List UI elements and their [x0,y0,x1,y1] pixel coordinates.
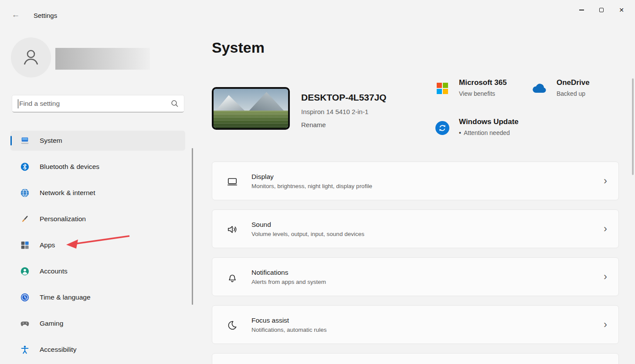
close-icon: ✕ [619,7,624,13]
accessibility-icon [20,345,30,354]
sidebar-scrollbar[interactable] [192,148,193,305]
sidebar-item-apps[interactable]: Apps [10,235,185,255]
card-title: Display [251,173,372,181]
settings-card-focus-assist[interactable]: Focus assist Notifications, automatic ru… [212,305,619,344]
person-icon [21,47,41,68]
back-button[interactable]: ← [8,8,24,22]
device-thumbnail [212,87,290,130]
globe-icon [20,188,30,198]
chevron-right-icon: › [604,222,607,234]
device-name: DESKTOP-4L537JQ [301,92,387,103]
window-title: Settings [34,12,57,19]
chevron-right-icon: › [604,318,607,330]
sidebar-nav: System Bluetooth & devices Network & int… [10,131,185,364]
sidebar-item-label: Network & internet [40,189,95,197]
tile-title: Windows Update [459,118,519,126]
speaker-icon [226,223,238,236]
sidebar-item-bluetooth-devices[interactable]: Bluetooth & devices [10,157,185,177]
update-status-text: Attention needed [464,129,510,136]
sidebar-item-personalization[interactable]: Personalization [10,209,185,229]
tile-subtitle[interactable]: View benefits [459,90,507,97]
display-icon [226,175,238,188]
bell-icon [226,271,238,283]
user-name-redacted [55,48,150,70]
search-icon[interactable] [171,100,179,109]
tile-subtitle: •Attention needed [459,129,519,136]
sidebar-item-label: System [40,137,62,145]
avatar[interactable] [11,37,51,78]
moon-icon [226,319,238,331]
close-button[interactable]: ✕ [611,0,632,20]
onedrive-icon [531,84,547,96]
sidebar-item-network-internet[interactable]: Network & internet [10,183,185,203]
microsoft-365-tile[interactable]: Microsoft 365 View benefits [459,78,507,97]
maximize-button[interactable] [591,0,611,20]
tile-subtitle: Backed up [557,90,590,97]
settings-card-display[interactable]: Display Monitors, brightness, night ligh… [212,162,619,200]
windows-update-tile[interactable]: Windows Update •Attention needed [459,118,519,136]
minimize-icon [579,10,584,10]
gamepad-icon [20,319,30,328]
settings-window: ← Settings ✕ [0,0,635,364]
sidebar-item-label: Accounts [40,267,68,275]
tile-title: Microsoft 365 [459,78,507,87]
sidebar-item-time-language[interactable]: Time & language [10,287,185,307]
card-subtitle: Monitors, brightness, night light, displ… [251,183,372,189]
accounts-icon [20,266,30,276]
windows-update-icon [435,121,449,135]
sidebar-item-label: Gaming [40,320,63,327]
chevron-right-icon: › [604,270,607,282]
sidebar-item-label: Accessibility [40,346,76,354]
main-scrollbar[interactable] [632,78,634,175]
window-controls: ✕ [571,0,632,20]
settings-card-notifications[interactable]: Notifications Alerts from apps and syste… [212,257,619,296]
onedrive-tile[interactable]: OneDrive Backed up [557,78,590,97]
sidebar-item-system[interactable]: System [10,131,185,151]
sidebar-item-label: Bluetooth & devices [40,163,99,171]
sidebar-item-gaming[interactable]: Gaming [10,313,185,334]
sidebar-item-label: Time & language [40,293,91,301]
rename-button[interactable]: Rename [301,121,326,128]
thumbnail-valley [214,111,288,128]
sidebar-item-label: Personalization [40,215,86,223]
maximize-icon [599,8,604,12]
microsoft-365-icon [437,83,448,94]
card-subtitle: Volume levels, output, input, sound devi… [251,231,364,237]
chevron-right-icon: › [604,174,607,186]
clock-icon [20,293,30,302]
bluetooth-icon [20,162,30,172]
minimize-button[interactable] [571,0,591,20]
search-box[interactable] [12,95,184,112]
apps-icon [20,240,30,250]
text-cursor [18,99,18,108]
selected-indicator [10,136,12,145]
card-title: Sound [251,221,364,229]
system-icon [20,136,30,145]
tile-title: OneDrive [557,78,590,87]
device-model: Inspiron 14 5410 2-in-1 [301,108,368,115]
sidebar-item-accessibility[interactable]: Accessibility [10,340,185,360]
card-title: Notifications [251,269,326,276]
search-input[interactable] [19,95,167,112]
card-subtitle: Notifications, automatic rules [251,327,327,333]
brush-icon [20,214,30,224]
bullet-icon: • [459,129,461,136]
page-title: System [212,39,265,56]
card-title: Focus assist [251,317,327,324]
settings-card-sound[interactable]: Sound Volume levels, output, input, soun… [212,209,619,248]
settings-card-partial[interactable] [212,353,619,364]
sidebar-item-accounts[interactable]: Accounts [10,261,185,281]
card-subtitle: Alerts from apps and system [251,279,326,285]
sidebar-item-label: Apps [40,241,55,249]
